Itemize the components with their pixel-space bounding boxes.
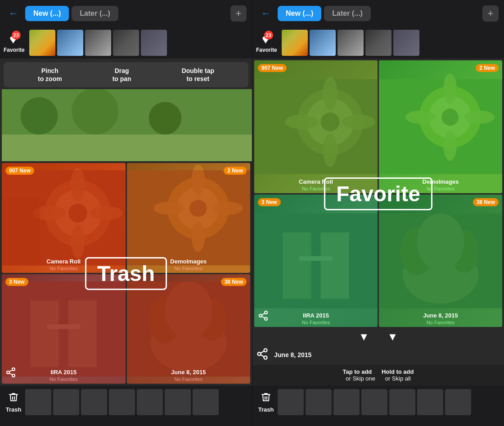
right-album-june[interactable]: 38 New June 8, 2015 No Favorites (379, 195, 502, 327)
right-june-share-icon[interactable] (256, 348, 269, 362)
right-albums-grid: 907 New Camera Roll No Favorites (254, 60, 502, 327)
right-arrow-right: ▼ (387, 331, 398, 343)
svg-point-71 (264, 349, 267, 352)
svg-point-73 (264, 356, 267, 359)
left-bottom-thumb-3[interactable] (81, 389, 107, 415)
right-favorite-wrap: ♥ 23 Favorite (256, 32, 277, 53)
right-tap-hint-skip2: or Skip all (385, 375, 411, 382)
left-thumb-2[interactable] (57, 30, 83, 56)
left-thumb-1[interactable] (29, 30, 55, 56)
right-thumb-3[interactable] (338, 30, 364, 56)
left-album-demoimages[interactable]: 2 New DemoImages No Favorites (127, 163, 251, 272)
right-album-june-overlay (379, 195, 502, 327)
left-bottom-thumb-1[interactable] (25, 389, 51, 415)
right-bottom-thumb-6[interactable] (417, 389, 443, 415)
left-fav-label: Favorite (4, 47, 25, 53)
left-album-iira-name: IIRA 2015 (2, 369, 126, 376)
left-favorite-wrap: ♥ 23 Favorite (4, 32, 25, 53)
left-share-icon[interactable] (5, 367, 16, 380)
left-gesture-hints: Pinch to zoom Drag to pan Double tap to … (4, 62, 248, 87)
right-bottom-thumb-3[interactable] (333, 389, 360, 415)
right-main-content: 907 New Camera Roll No Favorites (252, 59, 504, 385)
right-arrows-row: ▼ ▼ (252, 329, 504, 345)
svg-line-74 (261, 355, 264, 357)
right-thumb-4[interactable] (365, 30, 392, 56)
right-album-camera-roll-sub: No Favorites (254, 186, 378, 191)
svg-point-63 (265, 317, 267, 320)
left-album-camera-roll-badge: 907 New (5, 167, 34, 175)
gesture-drag: Drag to pan (112, 67, 131, 83)
right-back-button[interactable]: ← (258, 5, 274, 22)
left-top-image-svg (2, 89, 252, 161)
left-trash-icon[interactable] (5, 389, 22, 405)
left-trash-label: Trash (6, 406, 22, 413)
right-tab-group: New (...) Later (...) (278, 6, 479, 21)
right-bottom-thumb-2[interactable] (306, 389, 332, 415)
right-thumb-5[interactable] (393, 30, 419, 56)
left-header: ← New (...) Later (...) + (0, 0, 252, 27)
right-trash-icon[interactable] (258, 389, 274, 405)
left-album-june-name: June 8, 2015 (127, 369, 251, 376)
left-album-iira-badge: 3 New (5, 278, 28, 286)
svg-line-65 (262, 313, 265, 315)
left-album-iira[interactable]: 3 New IIRA 2015 No Favorites (2, 274, 126, 384)
left-album-iira-sub: No Favorites (2, 376, 126, 382)
left-tab-new[interactable]: New (...) (25, 6, 69, 21)
left-heart-icon-wrap: ♥ 23 (9, 32, 17, 47)
left-back-button[interactable]: ← (5, 5, 22, 22)
left-bottom-thumb-5[interactable] (137, 389, 163, 415)
left-album-june-badge: 38 New (221, 278, 247, 286)
right-trash-label: Trash (258, 406, 274, 413)
svg-point-30 (12, 368, 15, 371)
svg-point-31 (7, 371, 9, 374)
right-badge: 23 (264, 31, 273, 40)
left-thumb-5[interactable] (141, 30, 167, 56)
left-badge: 23 (12, 31, 21, 40)
left-album-demoimages-badge: 2 New (224, 167, 247, 175)
left-bottom-thumb-6[interactable] (165, 389, 191, 415)
right-album-demoimages-sub: No Favorites (379, 186, 502, 191)
left-bottom-thumbs (25, 389, 248, 415)
left-tab-later[interactable]: Later (...) (72, 6, 118, 21)
right-bottom-thumb-5[interactable] (389, 389, 415, 415)
left-albums-grid: 907 New Camera Roll No Favorites (2, 163, 250, 384)
right-add-button[interactable]: + (482, 5, 499, 22)
right-thumb-2[interactable] (310, 30, 336, 56)
left-trash-section: Trash (4, 389, 22, 413)
right-tab-later[interactable]: Later (...) (324, 6, 371, 21)
svg-line-34 (9, 370, 13, 372)
svg-line-33 (9, 373, 13, 375)
right-album-iira-badge: 3 New (258, 198, 281, 206)
left-album-camera-roll-overlay (2, 163, 126, 272)
right-album-demoimages[interactable]: 2 New DemoImages No Favorites (379, 60, 502, 193)
right-album-camera-roll[interactable]: 907 New Camera Roll No Favorites (254, 60, 378, 193)
right-heart-icon-wrap: ♥ 23 (262, 32, 270, 47)
right-tap-hint-bar: Tap to add Hold to add or Skip one or Sk… (252, 365, 504, 385)
right-album-iira[interactable]: 3 New IIRA 2015 No Favorites (254, 195, 378, 327)
right-album-iira-name: IIRA 2015 (254, 312, 378, 319)
right-header: ← New (...) Later (...) + (252, 0, 504, 27)
right-tab-new[interactable]: New (...) (278, 6, 321, 21)
left-bottom-thumb-2[interactable] (53, 389, 79, 415)
left-album-june[interactable]: 38 New June 8, 2015 No Favorites (127, 274, 251, 384)
left-thumb-3[interactable] (85, 30, 111, 56)
right-share-icon[interactable] (258, 310, 269, 323)
left-bottom-thumb-4[interactable] (109, 389, 135, 415)
right-album-demoimages-overlay (379, 60, 502, 193)
right-thumb-strip: ♥ 23 Favorite (252, 27, 504, 59)
left-album-camera-roll[interactable]: 907 New Camera Roll No Favorites (2, 163, 126, 272)
right-album-camera-roll-name: Camera Roll (254, 178, 378, 185)
right-tap-hint-tap: Tap to add (343, 368, 372, 375)
left-bottom-thumb-7[interactable] (193, 389, 219, 415)
right-thumb-1[interactable] (282, 30, 308, 56)
right-tap-hint-text: Tap to add Hold to add or Skip one or Sk… (258, 368, 499, 382)
left-add-button[interactable]: + (230, 5, 247, 22)
right-bottom-thumb-4[interactable] (361, 389, 387, 415)
left-thumb-4[interactable] (113, 30, 139, 56)
right-bottom-thumb-1[interactable] (278, 389, 304, 415)
right-bottom-thumb-7[interactable] (445, 389, 471, 415)
left-top-image[interactable] (2, 89, 252, 161)
left-album-camera-roll-sub: No Favorites (2, 266, 126, 271)
svg-point-72 (258, 353, 261, 356)
svg-line-75 (261, 351, 264, 353)
